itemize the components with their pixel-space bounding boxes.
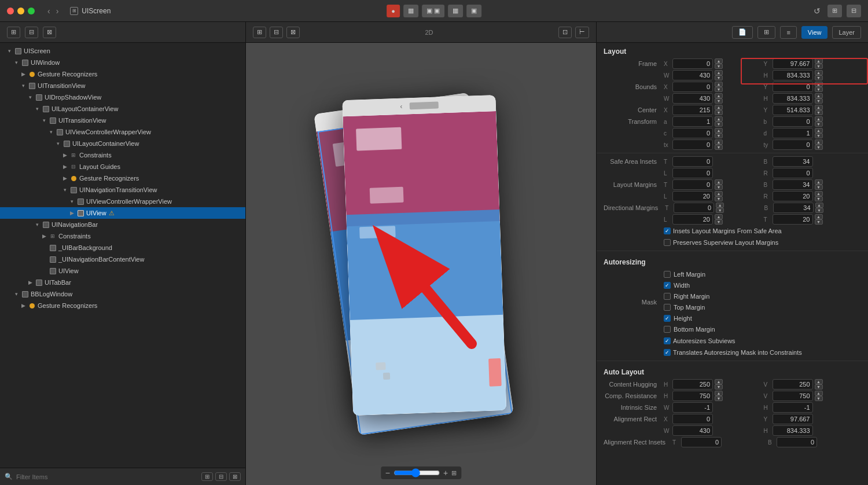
center-x-up[interactable]: ▲ — [715, 105, 723, 110]
filter-btn-2[interactable]: ⊟ — [215, 472, 227, 481]
refresh-button[interactable]: ↺ — [814, 6, 821, 16]
dm-t2-up[interactable]: ▲ — [815, 214, 823, 219]
transform-c-input[interactable] — [672, 128, 713, 138]
center-y-input[interactable] — [773, 105, 813, 115]
tree-item-uitabbar[interactable]: ▶ UITabBar — [0, 277, 245, 288]
transform-d-down[interactable]: ▼ — [815, 133, 823, 138]
frame-w-up[interactable]: ▲ — [715, 70, 723, 75]
bounds-x-down[interactable]: ▼ — [715, 87, 723, 92]
cr-h-up[interactable]: ▲ — [715, 391, 723, 396]
transform-tx-input[interactable] — [672, 139, 713, 150]
safe-l-input[interactable] — [672, 168, 713, 178]
is-h-input[interactable] — [773, 402, 813, 413]
canvas-tool-btn-2[interactable]: ⊟ — [270, 27, 283, 38]
canvas-tool-btn-3[interactable]: ⊠ — [286, 27, 300, 38]
safe-t-input[interactable] — [672, 156, 713, 167]
bounds-h-down[interactable]: ▼ — [815, 98, 823, 104]
dm-b-up[interactable]: ▲ — [815, 203, 823, 208]
toolbar-btn-3[interactable]: ▦ — [448, 5, 463, 17]
transform-tx-down[interactable]: ▼ — [715, 145, 723, 150]
dm-l-up[interactable]: ▲ — [715, 214, 723, 219]
frame-x-down[interactable]: ▼ — [715, 64, 723, 69]
zoom-in-btn[interactable]: + — [443, 468, 448, 477]
transform-a-up[interactable]: ▲ — [715, 116, 723, 122]
tree-item-uilayoutcontainer2[interactable]: ▾ UILayoutContainerView — [0, 138, 245, 149]
center-y-up[interactable]: ▲ — [815, 105, 823, 110]
ai-b-input[interactable] — [777, 437, 817, 447]
safe-b-input[interactable] — [773, 156, 813, 167]
tree-item-gesture-recognizers[interactable]: ▶ Gesture Recognizers — [0, 68, 245, 80]
zoom-out-btn[interactable]: − — [385, 468, 390, 477]
ar-x-input[interactable] — [672, 414, 713, 424]
tree-item-viewcontrollerwrapper2[interactable]: ▾ UIViewControllerWrapperView — [0, 196, 245, 207]
window-btn-2[interactable]: ⊟ — [847, 5, 861, 17]
frame-y-input[interactable] — [773, 58, 813, 69]
lm-l-down[interactable]: ▼ — [715, 196, 723, 201]
tree-item-uitransitionview2[interactable]: ▾ UITransitionView — [0, 115, 245, 126]
tree-item-uitransitionview[interactable]: ▾ UITransitionView — [0, 80, 245, 91]
tree-item-constraints2[interactable]: ▶ ⊞ Constraints — [0, 230, 245, 242]
tree-item-uiscreen[interactable]: ▾ UIScreen — [0, 45, 245, 57]
lm-b-down[interactable]: ▼ — [815, 185, 823, 190]
dm-t-input[interactable] — [674, 203, 714, 213]
dm-t2-down[interactable]: ▼ — [815, 219, 823, 225]
is-w-input[interactable] — [672, 402, 713, 413]
cr-h-input[interactable] — [672, 391, 713, 401]
left-tool-btn-3[interactable]: ⊠ — [43, 27, 56, 38]
zoom-fit-btn[interactable]: ⊞ — [451, 469, 457, 477]
toolbar-btn-1[interactable]: ▦ — [403, 5, 418, 17]
cr-h-down[interactable]: ▼ — [715, 396, 723, 401]
tree-item-uiview2[interactable]: UIView — [0, 265, 245, 277]
center-x-input[interactable] — [672, 105, 713, 115]
transform-d-input[interactable] — [773, 128, 813, 138]
lm-r-input[interactable] — [773, 191, 813, 201]
lm-t-input[interactable] — [672, 179, 713, 190]
tree-item-uiview-selected[interactable]: ▶ UIView ⚠ — [0, 207, 245, 219]
list-btn[interactable]: ≡ — [780, 26, 796, 39]
checkbox-translates[interactable] — [664, 349, 671, 356]
bounds-w-down[interactable]: ▼ — [715, 98, 723, 104]
tree-item-bblogwindow[interactable]: ▾ BBLogWindow — [0, 288, 245, 300]
dm-l-input[interactable] — [672, 214, 713, 225]
bounds-w-input[interactable] — [672, 93, 713, 104]
nav-back-button[interactable]: ‹ — [45, 5, 53, 17]
frame-y-down[interactable]: ▼ — [815, 64, 823, 69]
checkbox-insets[interactable] — [664, 227, 671, 234]
ar-h-input[interactable] — [773, 425, 813, 436]
ch-h-input[interactable] — [672, 379, 713, 390]
tree-item-uilayoutcontainer[interactable]: ▾ UILayoutContainerView — [0, 103, 245, 115]
ch-h-down[interactable]: ▼ — [715, 384, 723, 390]
transform-ty-input[interactable] — [773, 139, 813, 150]
frame-h-input[interactable] — [773, 70, 813, 80]
maximize-button[interactable] — [28, 8, 35, 14]
tree-item-uinavbarcontent[interactable]: _UINavigationBarContentView — [0, 253, 245, 265]
grid-btn[interactable]: ⊞ — [757, 26, 775, 39]
transform-b-up[interactable]: ▲ — [815, 116, 823, 122]
lm-r-up[interactable]: ▲ — [815, 191, 823, 196]
ch-v-up[interactable]: ▲ — [815, 379, 823, 384]
frame-h-down[interactable]: ▼ — [815, 75, 823, 80]
ch-v-down[interactable]: ▼ — [815, 384, 823, 390]
dm-t-up[interactable]: ▲ — [716, 203, 724, 208]
new-doc-btn[interactable]: 📄 — [732, 26, 753, 39]
tree-item-viewcontrollerwrapper[interactable]: ▾ UIViewControllerWrapperView — [0, 126, 245, 138]
lm-b-up[interactable]: ▲ — [815, 179, 823, 185]
bounds-w-up[interactable]: ▲ — [715, 93, 723, 98]
bounds-x-input[interactable] — [672, 82, 713, 92]
checkbox-autoresizes-subviews[interactable] — [664, 337, 671, 344]
bounds-y-up[interactable]: ▲ — [815, 82, 823, 87]
filter-btn-1[interactable]: ⊞ — [201, 472, 213, 481]
checkbox-height[interactable] — [664, 315, 671, 322]
filter-input[interactable] — [16, 473, 198, 480]
transform-b-down[interactable]: ▼ — [815, 122, 823, 127]
lm-t-down[interactable]: ▼ — [715, 185, 723, 190]
transform-tx-up[interactable]: ▲ — [715, 139, 723, 145]
safe-r-input[interactable] — [773, 168, 813, 178]
tree-item-gesture3[interactable]: ▶ Gesture Recognizers — [0, 300, 245, 311]
filter-btn-3[interactable]: ⊠ — [229, 472, 241, 481]
ar-w-input[interactable] — [672, 425, 713, 436]
canvas-tool-btn-4[interactable]: ⊡ — [558, 27, 572, 38]
cr-v-input[interactable] — [773, 391, 813, 401]
ai-t-input[interactable] — [681, 437, 722, 447]
dm-t2-input[interactable] — [773, 214, 813, 225]
